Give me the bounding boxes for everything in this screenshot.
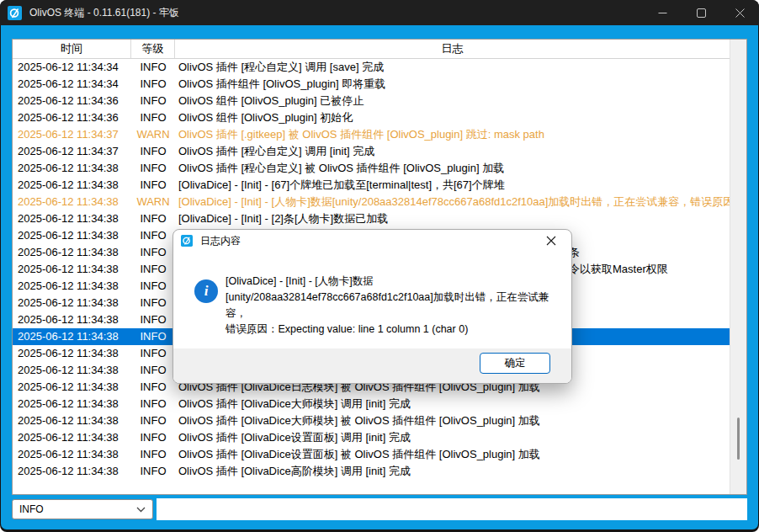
app-logo-icon: [8, 6, 22, 20]
log-level: INFO: [131, 328, 175, 345]
ok-button[interactable]: 确定: [480, 353, 550, 374]
log-timestamp: 2025-06-12 11:34:34: [13, 59, 131, 76]
log-level: INFO: [131, 463, 175, 480]
log-timestamp: 2025-06-12 11:34:38: [13, 210, 131, 227]
log-row[interactable]: 2025-06-12 11:34:36INFOOlivOS 组件 [OlivOS…: [13, 109, 730, 126]
log-row[interactable]: 2025-06-12 11:34:34INFOOlivOS 插件组件 [Oliv…: [13, 76, 730, 93]
column-header-time[interactable]: 时间: [13, 40, 131, 58]
window-title: OlivOS 终端 - 0.11.61(181) - 牢饭: [29, 6, 179, 20]
app-logo-icon: [181, 235, 193, 247]
log-row[interactable]: 2025-06-12 11:34:37INFOOlivOS 插件 [程心自定义]…: [13, 143, 730, 160]
log-timestamp: 2025-06-12 11:34:38: [13, 362, 131, 379]
log-timestamp: 2025-06-12 11:34:38: [13, 194, 131, 210]
log-level: INFO: [131, 295, 175, 311]
log-content-dialog: 日志内容 i [OlivaDice] - [Init] - [人物卡]数据 [u…: [172, 229, 572, 384]
log-timestamp: 2025-06-12 11:34:38: [13, 244, 131, 261]
titlebar: OlivOS 终端 - 0.11.61(181) - 牢饭: [0, 0, 759, 25]
log-message: OlivOS 插件 [OlivaDice设置面板] 被 OlivOS 插件组件 …: [175, 446, 730, 463]
log-level: INFO: [131, 109, 175, 126]
log-timestamp: 2025-06-12 11:34:38: [13, 278, 131, 295]
maximize-button[interactable]: [682, 0, 720, 25]
log-level-value: INFO: [19, 503, 44, 515]
log-timestamp: 2025-06-12 11:34:36: [13, 109, 131, 126]
log-message: [OlivaDice] - [Init] - [67]个牌堆已加载至[termi…: [175, 177, 730, 194]
log-row[interactable]: 2025-06-12 11:34:38INFOOlivOS 插件 [OlivaD…: [13, 412, 730, 429]
command-input[interactable]: [157, 498, 747, 520]
log-timestamp: 2025-06-12 11:34:38: [13, 345, 131, 362]
log-row[interactable]: 2025-06-12 11:34:38INFOOlivOS 插件 [OlivaD…: [13, 429, 730, 446]
close-button[interactable]: [720, 0, 759, 25]
log-message: OlivOS 组件 [OlivOS_plugin] 初始化: [175, 109, 730, 126]
app-window: OlivOS 终端 - 0.11.61(181) - 牢饭 时间 等级 日志 2…: [0, 0, 759, 532]
log-level: WARN: [131, 126, 175, 143]
log-level: INFO: [131, 345, 175, 362]
log-row[interactable]: 2025-06-12 11:34:38INFO[OlivaDice] - [In…: [13, 177, 730, 194]
log-message: OlivOS 插件 [OlivaDice大师模块] 被 OlivOS 插件组件 …: [175, 412, 730, 429]
log-timestamp: 2025-06-12 11:34:38: [13, 379, 131, 396]
log-level-select[interactable]: INFO: [12, 499, 153, 519]
log-row[interactable]: 2025-06-12 11:34:34INFOOlivOS 插件 [程心自定义]…: [13, 59, 730, 76]
log-level: INFO: [131, 143, 175, 160]
log-timestamp: 2025-06-12 11:34:38: [13, 463, 131, 480]
log-message: [OlivaDice] - [Init] - [2]条[人物卡]数据已加载: [175, 210, 730, 227]
log-message: OlivOS 插件 [.gitkeep] 被 OlivOS 插件组件 [Oliv…: [175, 126, 730, 143]
log-level: INFO: [131, 160, 175, 177]
log-row[interactable]: 2025-06-12 11:34:36INFOOlivOS 组件 [OlivOS…: [13, 93, 730, 109]
column-header-level[interactable]: 等级: [131, 40, 175, 58]
column-header-log[interactable]: 日志: [175, 40, 730, 58]
log-timestamp: 2025-06-12 11:34:38: [13, 446, 131, 463]
log-timestamp: 2025-06-12 11:34:38: [13, 160, 131, 177]
log-level: INFO: [131, 177, 175, 194]
log-timestamp: 2025-06-12 11:34:38: [13, 295, 131, 311]
log-timestamp: 2025-06-12 11:34:38: [13, 429, 131, 446]
log-timestamp: 2025-06-12 11:34:38: [13, 177, 131, 194]
log-row[interactable]: 2025-06-12 11:34:38INFOOlivOS 插件 [OlivaD…: [13, 396, 730, 412]
log-message: OlivOS 插件 [OlivaDice大师模块] 调用 [init] 完成: [175, 396, 730, 412]
log-row[interactable]: 2025-06-12 11:34:38INFOOlivOS 插件 [OlivaD…: [13, 446, 730, 463]
log-level: INFO: [131, 261, 175, 278]
log-level: INFO: [131, 59, 175, 76]
log-row[interactable]: 2025-06-12 11:34:38INFO[OlivaDice] - [In…: [13, 210, 730, 227]
log-timestamp: 2025-06-12 11:34:37: [13, 143, 131, 160]
table-scrollbar[interactable]: [730, 40, 746, 494]
dialog-title: 日志内容: [200, 234, 241, 248]
dialog-close-icon[interactable]: [536, 230, 566, 252]
log-message: OlivOS 组件 [OlivOS_plugin] 已被停止: [175, 93, 730, 109]
log-row[interactable]: 2025-06-12 11:34:37WARNOlivOS 插件 [.gitke…: [13, 126, 730, 143]
dialog-titlebar: 日志内容: [173, 230, 571, 252]
log-message: OlivOS 插件 [程心自定义] 调用 [save] 完成: [175, 59, 730, 76]
chevron-down-icon: [136, 503, 146, 515]
log-level: INFO: [131, 244, 175, 261]
log-message: OlivOS 插件 [OlivaDice设置面板] 调用 [init] 完成: [175, 429, 730, 446]
log-level: INFO: [131, 93, 175, 109]
log-timestamp: 2025-06-12 11:34:38: [13, 261, 131, 278]
log-level: INFO: [131, 446, 175, 463]
log-timestamp: 2025-06-12 11:34:38: [13, 412, 131, 429]
log-message: OlivOS 插件 [程心自定义] 调用 [init] 完成: [175, 143, 730, 160]
log-row[interactable]: 2025-06-12 11:34:38INFOOlivOS 插件 [OlivaD…: [13, 463, 730, 480]
window-controls: [643, 0, 759, 25]
minimize-button[interactable]: [643, 0, 682, 25]
log-level: INFO: [131, 278, 175, 295]
scrollbar-thumb[interactable]: [737, 418, 740, 460]
log-level: INFO: [131, 311, 175, 328]
log-level: INFO: [131, 362, 175, 379]
log-timestamp: 2025-06-12 11:34:36: [13, 93, 131, 109]
table-header: 时间 等级 日志: [13, 40, 730, 59]
log-timestamp: 2025-06-12 11:34:38: [13, 311, 131, 328]
log-row[interactable]: 2025-06-12 11:34:38WARN[OlivaDice] - [In…: [13, 194, 730, 210]
log-timestamp: 2025-06-12 11:34:38: [13, 328, 131, 345]
log-timestamp: 2025-06-12 11:34:37: [13, 126, 131, 143]
log-message: OlivOS 插件组件 [OlivOS_plugin] 即将重载: [175, 76, 730, 93]
log-row[interactable]: 2025-06-12 11:34:38INFOOlivOS 插件 [程心自定义]…: [13, 160, 730, 177]
dialog-message: [OlivaDice] - [Init] - [人物卡]数据 [unity/20…: [226, 274, 554, 338]
log-level: INFO: [131, 76, 175, 93]
log-timestamp: 2025-06-12 11:34:38: [13, 396, 131, 412]
dialog-button-bar: 确定: [173, 348, 571, 383]
log-level: INFO: [131, 379, 175, 396]
log-timestamp: 2025-06-12 11:34:34: [13, 76, 131, 93]
log-level: INFO: [131, 210, 175, 227]
log-level: INFO: [131, 227, 175, 244]
log-message: OlivOS 插件 [程心自定义] 被 OlivOS 插件组件 [OlivOS_…: [175, 160, 730, 177]
log-level: INFO: [131, 396, 175, 412]
